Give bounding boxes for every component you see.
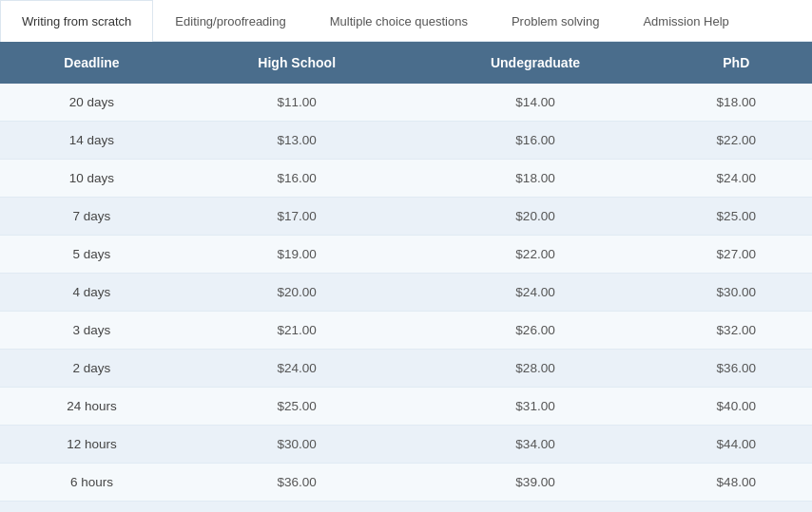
tabs-bar: Writing from scratchEditing/proofreading… (0, 0, 812, 42)
col-header-1: High School (184, 42, 411, 84)
pricing-table-wrapper: DeadlineHigh SchoolUndegraduatePhD 20 da… (0, 42, 812, 512)
cell-r2-c1: $16.00 (184, 160, 411, 198)
table-row: 20 days$11.00$14.00$18.00 (0, 84, 812, 122)
cell-r2-c2: $18.00 (411, 160, 661, 198)
table-row: 2 days$24.00$28.00$36.00 (0, 350, 812, 388)
cell-r3-c1: $17.00 (184, 198, 411, 236)
cell-r11-c3: $53.00 (661, 502, 812, 513)
table-row: 6 hours$36.00$39.00$48.00 (0, 464, 812, 502)
cell-r9-c1: $30.00 (184, 426, 411, 464)
cell-r4-c3: $27.00 (661, 236, 812, 274)
table-row: 5 days$19.00$22.00$27.00 (0, 236, 812, 274)
table-header: DeadlineHigh SchoolUndegraduatePhD (0, 42, 812, 84)
cell-r10-c2: $39.00 (411, 464, 661, 502)
cell-r5-c1: $20.00 (184, 274, 411, 312)
cell-r1-c1: $13.00 (184, 122, 411, 160)
cell-r3-c3: $25.00 (661, 198, 812, 236)
cell-r1-c0: 14 days (0, 122, 184, 160)
cell-r0-c0: 20 days (0, 84, 184, 122)
cell-r5-c3: $30.00 (661, 274, 812, 312)
cell-r8-c3: $40.00 (661, 388, 812, 426)
cell-r1-c2: $16.00 (411, 122, 661, 160)
table-row: 7 days$17.00$20.00$25.00 (0, 198, 812, 236)
cell-r1-c3: $22.00 (661, 122, 812, 160)
table-row: 4 days$20.00$24.00$30.00 (0, 274, 812, 312)
cell-r2-c0: 10 days (0, 160, 184, 198)
cell-r11-c0: 3 hours (0, 502, 184, 513)
cell-r4-c1: $19.00 (184, 236, 411, 274)
cell-r9-c3: $44.00 (661, 426, 812, 464)
cell-r6-c1: $21.00 (184, 312, 411, 350)
cell-r11-c1: $42.00 (184, 502, 411, 513)
cell-r7-c2: $28.00 (411, 350, 661, 388)
cell-r5-c2: $24.00 (411, 274, 661, 312)
cell-r6-c2: $26.00 (411, 312, 661, 350)
cell-r11-c2: $46.00 (411, 502, 661, 513)
table-row: 24 hours$25.00$31.00$40.00 (0, 388, 812, 426)
cell-r8-c0: 24 hours (0, 388, 184, 426)
cell-r7-c1: $24.00 (184, 350, 411, 388)
tab-writing[interactable]: Writing from scratch (0, 0, 153, 42)
cell-r3-c2: $20.00 (411, 198, 661, 236)
cell-r6-c0: 3 days (0, 312, 184, 350)
tab-admission[interactable]: Admission Help (621, 0, 750, 42)
cell-r10-c0: 6 hours (0, 464, 184, 502)
cell-r10-c3: $48.00 (661, 464, 812, 502)
cell-r10-c1: $36.00 (184, 464, 411, 502)
cell-r6-c3: $32.00 (661, 312, 812, 350)
col-header-3: PhD (661, 42, 812, 84)
table-row: 3 hours$42.00$46.00$53.00 (0, 502, 812, 513)
cell-r4-c0: 5 days (0, 236, 184, 274)
cell-r7-c0: 2 days (0, 350, 184, 388)
cell-r8-c1: $25.00 (184, 388, 411, 426)
table-row: 14 days$13.00$16.00$22.00 (0, 122, 812, 160)
cell-r7-c3: $36.00 (661, 350, 812, 388)
tab-problem[interactable]: Problem solving (490, 0, 622, 42)
col-header-0: Deadline (0, 42, 184, 84)
cell-r0-c3: $18.00 (661, 84, 812, 122)
header-row: DeadlineHigh SchoolUndegraduatePhD (0, 42, 812, 84)
tab-editing[interactable]: Editing/proofreading (153, 0, 307, 42)
cell-r0-c1: $11.00 (184, 84, 411, 122)
cell-r5-c0: 4 days (0, 274, 184, 312)
cell-r8-c2: $31.00 (411, 388, 661, 426)
cell-r2-c3: $24.00 (661, 160, 812, 198)
cell-r0-c2: $14.00 (411, 84, 661, 122)
cell-r9-c2: $34.00 (411, 426, 661, 464)
cell-r4-c2: $22.00 (411, 236, 661, 274)
pricing-table: DeadlineHigh SchoolUndegraduatePhD 20 da… (0, 42, 812, 512)
cell-r9-c0: 12 hours (0, 426, 184, 464)
cell-r3-c0: 7 days (0, 198, 184, 236)
tab-multiple[interactable]: Multiple choice questions (308, 0, 490, 42)
table-row: 12 hours$30.00$34.00$44.00 (0, 426, 812, 464)
table-body: 20 days$11.00$14.00$18.0014 days$13.00$1… (0, 84, 812, 512)
table-row: 3 days$21.00$26.00$32.00 (0, 312, 812, 350)
table-row: 10 days$16.00$18.00$24.00 (0, 160, 812, 198)
col-header-2: Undegraduate (411, 42, 661, 84)
